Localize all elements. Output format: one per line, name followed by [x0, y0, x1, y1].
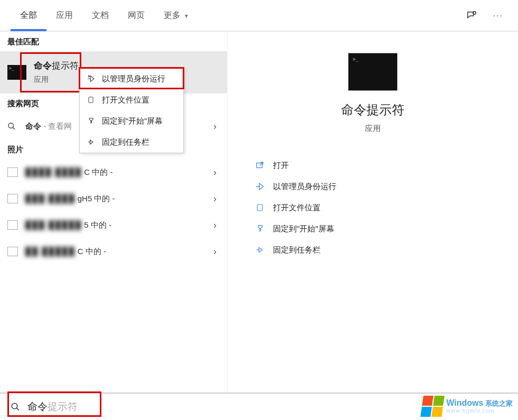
context-menu: 以管理员身份运行 打开文件位置 固定到"开始"屏幕 固定到任务栏 — [79, 68, 184, 153]
feedback-icon[interactable] — [466, 10, 477, 22]
action-label: 打开文件位置 — [273, 203, 321, 213]
folder-icon — [254, 203, 266, 212]
windows-logo-icon — [420, 396, 445, 417]
best-match-title-bold: 命令 — [34, 61, 52, 71]
context-item-label: 固定到任务栏 — [102, 137, 149, 147]
photo-result-row[interactable]: ███ █████ 5 中的 - › — [0, 212, 227, 238]
image-file-icon — [7, 247, 18, 256]
svg-line-2 — [13, 127, 15, 129]
pin-taskbar-icon — [86, 138, 96, 146]
more-options-icon[interactable]: ··· — [493, 11, 503, 21]
image-file-icon — [7, 220, 18, 230]
search-icon — [11, 402, 20, 412]
svg-line-7 — [17, 408, 19, 410]
header: 全部 应用 文档 网页 更多 ▾ ··· — [0, 0, 518, 32]
chevron-right-icon: › — [213, 246, 216, 257]
search-icon — [7, 122, 18, 130]
shield-arrow-icon — [254, 182, 266, 191]
shield-arrow-icon — [86, 74, 96, 83]
tab-all[interactable]: 全部 — [11, 0, 46, 31]
tab-documents[interactable]: 文档 — [82, 0, 118, 31]
search-bar[interactable]: 命令提示符 Windows 系统之家 www.bjjmlv.com — [0, 393, 518, 420]
search-web-text: 命令 - 查看网 — [25, 122, 72, 132]
image-file-icon — [7, 194, 18, 203]
svg-rect-3 — [89, 97, 93, 103]
chevron-right-icon: › — [213, 121, 216, 132]
svg-point-6 — [12, 403, 17, 409]
pin-start-icon — [86, 117, 96, 125]
preview-title: 命令提示符 — [238, 101, 507, 118]
preview-subtitle: 应用 — [238, 124, 507, 134]
chevron-right-icon: › — [213, 220, 216, 231]
cmd-app-large-icon — [348, 53, 398, 91]
svg-point-1 — [8, 123, 13, 128]
watermark-text: Windows 系统之家 www.bjjmlv.com — [446, 399, 513, 414]
context-pin-start[interactable]: 固定到"开始"屏幕 — [80, 110, 183, 132]
context-item-label: 打开文件位置 — [102, 95, 149, 105]
photo-row-text: ████ ████ C 中的 - — [25, 167, 113, 178]
context-run-as-admin[interactable]: 以管理员身份运行 — [80, 68, 183, 89]
tab-more-label: 更多 — [164, 11, 181, 20]
action-pin-taskbar[interactable]: 固定到任务栏 — [254, 239, 507, 260]
search-typed-text: 命令 — [27, 401, 48, 412]
action-list: 打开 以管理员身份运行 打开文件位置 — [238, 155, 507, 260]
context-open-file-location[interactable]: 打开文件位置 — [80, 89, 183, 110]
action-open-file-location[interactable]: 打开文件位置 — [254, 197, 507, 218]
chevron-right-icon: › — [213, 193, 216, 204]
best-match-text: 命令提示符 应用 — [34, 60, 79, 85]
action-label: 固定到任务栏 — [273, 245, 321, 255]
photo-row-text: ███ ████ gH5 中的 - — [25, 194, 115, 204]
action-run-as-admin[interactable]: 以管理员身份运行 — [254, 176, 507, 197]
context-item-label: 固定到"开始"屏幕 — [102, 116, 163, 126]
action-pin-start[interactable]: 固定到"开始"屏幕 — [254, 218, 507, 239]
search-suggestion-tail: 提示符 — [48, 401, 78, 412]
photo-result-row[interactable]: ████ ████ C 中的 - › — [0, 159, 227, 185]
image-file-icon — [7, 167, 18, 177]
header-icons: ··· — [466, 0, 503, 32]
pin-start-icon — [254, 224, 266, 234]
context-item-label: 以管理员身份运行 — [102, 74, 165, 84]
tab-more[interactable]: 更多 ▾ — [154, 0, 197, 31]
best-match-title: 命令提示符 — [34, 60, 79, 72]
action-label: 打开 — [273, 161, 289, 171]
photo-row-text: ███ █████ 5 中的 - — [25, 220, 111, 230]
search-input[interactable]: 命令提示符 — [27, 400, 78, 414]
action-label: 以管理员身份运行 — [273, 182, 336, 192]
best-match-subtitle: 应用 — [34, 74, 79, 85]
svg-rect-5 — [257, 204, 262, 211]
pin-taskbar-icon — [254, 245, 266, 255]
chevron-right-icon: › — [213, 167, 216, 178]
folder-icon — [86, 96, 96, 104]
preview-column: 命令提示符 应用 打开 以管理员身份运行 — [227, 32, 518, 393]
context-pin-taskbar[interactable]: 固定到任务栏 — [80, 132, 183, 153]
tab-web[interactable]: 网页 — [118, 0, 154, 31]
content: 最佳匹配 命令提示符 应用 搜索网页 命令 - 查看网 › 照片 █ — [0, 32, 518, 393]
best-match-title-rest: 提示符 — [52, 61, 79, 71]
action-label: 固定到"开始"屏幕 — [273, 224, 334, 234]
photo-result-row[interactable]: ███ ████ gH5 中的 - › — [0, 185, 227, 212]
results-column: 最佳匹配 命令提示符 应用 搜索网页 命令 - 查看网 › 照片 █ — [0, 32, 227, 393]
watermark: Windows 系统之家 www.bjjmlv.com — [0, 393, 518, 420]
photo-row-text: ██ █████ C 中的 - — [25, 247, 106, 257]
cmd-app-icon — [7, 65, 26, 80]
chevron-down-icon: ▾ — [185, 12, 188, 20]
action-open[interactable]: 打开 — [254, 155, 507, 176]
photo-result-row[interactable]: ██ █████ C 中的 - › — [0, 238, 227, 265]
preview-box: 命令提示符 应用 打开 以管理员身份运行 — [238, 42, 507, 260]
open-icon — [254, 161, 266, 170]
tab-apps[interactable]: 应用 — [46, 0, 82, 31]
section-best-match: 最佳匹配 — [0, 32, 227, 51]
